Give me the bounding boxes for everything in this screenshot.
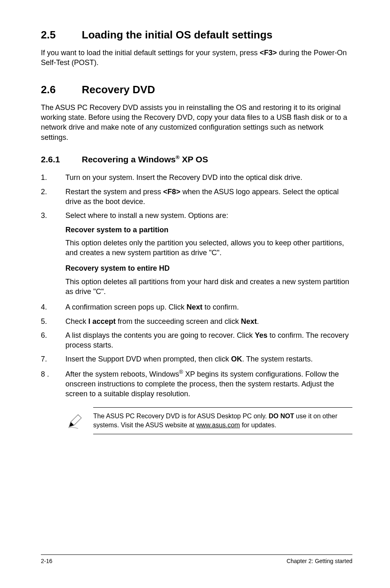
text-fragment: If you want to load the initial default … [41,49,260,57]
text-fragment: from the succeeding screen and click [116,317,241,325]
option-heading: Recover system to a partition [65,225,352,235]
button-label-next: Next [241,317,257,325]
list-item: 8 .After the system reboots, Windows® XP… [41,368,352,399]
section-2-6-body: The ASUS PC Recovery DVD assists you in … [41,103,352,142]
heading-2-6-1-title: Recovering a Windows® XP OS [82,154,208,165]
step-marker: 2. [41,187,65,197]
heading-2-6-1: 2.6.1 Recovering a Windows® XP OS [41,154,352,165]
text-fragment: for updates. [240,422,276,429]
emphasis-do-not: DO NOT [269,413,294,420]
text-fragment: A list displays the contents you are goi… [65,331,255,339]
step-text: Turn on your system. Insert the Recovery… [65,173,303,182]
heading-2-6-number: 2.6 [41,83,82,97]
button-label-yes: Yes [255,331,267,339]
text-fragment: After the system reboots, Windows [65,370,179,378]
list-item: 3.Select where to install a new system. … [41,211,352,220]
list-item: 1.Turn on your system. Insert the Recove… [41,173,352,182]
option-text: This option deletes only the partition y… [65,238,352,258]
text-fragment: to confirm. [202,303,239,311]
step-marker: 7. [41,354,65,364]
steps-list-1: 1.Turn on your system. Insert the Recove… [41,173,352,220]
option-recover-partition: Recover system to a partition This optio… [41,225,352,297]
step-marker: 4. [41,302,65,312]
step-marker: 3. [41,211,65,220]
text-fragment: Insert the Support DVD when prompted, th… [65,355,231,363]
steps-list-2: 4.A confirmation screen pops up. Click N… [41,302,352,399]
key-f3: <F3> [260,49,277,57]
text-fragment: XP OS [179,155,208,164]
list-item: 2.Restart the system and press <F8> when… [41,187,352,207]
pencil-icon [65,411,85,431]
button-label-next: Next [186,303,202,311]
checkbox-label: I accept [88,317,116,325]
list-item: 4.A confirmation screen pops up. Click N… [41,302,352,312]
button-label-ok: OK [231,355,242,363]
step-marker: 5. [41,316,65,326]
text-fragment: Restart the system and press [65,188,163,196]
registered-symbol: ® [176,154,180,160]
heading-2-6-title: Recovery DVD [82,83,155,97]
key-f8: <F8> [163,188,180,196]
text-fragment: The ASUS PC Recovery DVD is for ASUS Des… [93,413,269,420]
option-text: This option deletes all partitions from … [65,277,352,297]
list-item: 7.Insert the Support DVD when prompted, … [41,354,352,364]
registered-symbol: ® [179,369,183,375]
heading-2-6: 2.6 Recovery DVD [41,83,352,97]
chapter-label: Chapter 2: Getting started [287,557,352,565]
text-fragment: A confirmation screen pops up. Click [65,303,186,311]
text-fragment: Check [65,317,88,325]
page-number: 2-16 [41,557,52,565]
heading-2-5-number: 2.5 [41,28,82,42]
heading-2-5-title: Loading the initial OS default settings [82,28,273,42]
heading-2-5: 2.5 Loading the initial OS default setti… [41,28,352,42]
text-fragment: . The system restarts. [242,355,313,363]
step-text: Select where to install a new system. Op… [65,211,228,220]
step-marker: 6. [41,330,65,340]
note-content: The ASUS PC Recovery DVD is for ASUS Des… [93,407,352,435]
option-heading: Recovery system to entire HD [65,263,352,273]
list-item: 6.A list displays the contents you are g… [41,330,352,350]
heading-2-6-1-number: 2.6.1 [41,154,82,165]
text-fragment: . [257,317,259,325]
page-footer: 2-16 Chapter 2: Getting started [41,554,352,565]
text-fragment: Recovering a Windows [82,155,176,164]
step-marker: 8 . [41,369,65,379]
note-box: The ASUS PC Recovery DVD is for ASUS Des… [65,407,352,435]
step-marker: 1. [41,173,65,182]
list-item: 5.Check I accept from the succeeding scr… [41,316,352,326]
url-text: www.asus.com [196,422,240,429]
section-2-5-body: If you want to load the initial default … [41,48,352,68]
